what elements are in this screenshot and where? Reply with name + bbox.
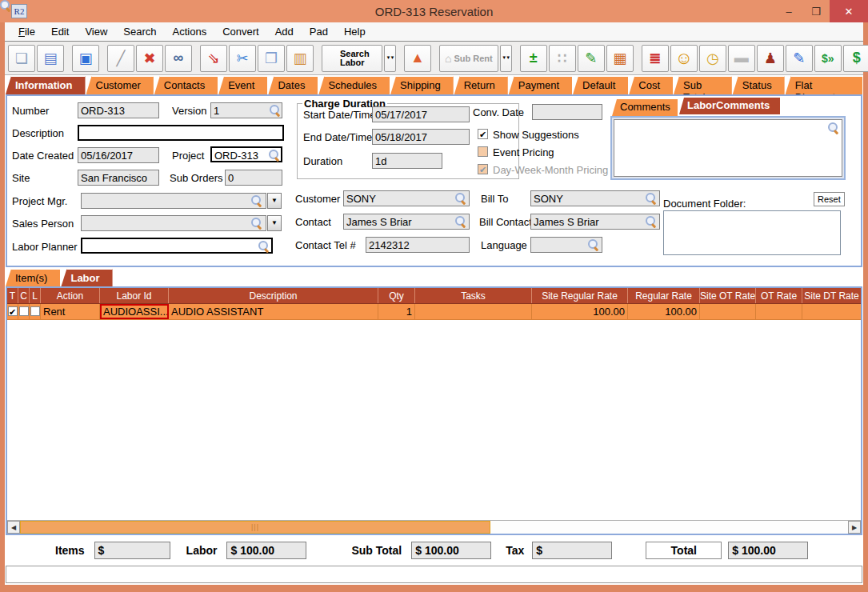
menu-file[interactable]: File (11, 24, 42, 39)
sales-person-dropdown[interactable]: ▼ (267, 215, 282, 231)
project-mgr-dropdown[interactable]: ▼ (267, 193, 282, 209)
tab-shipping[interactable]: Shipping (390, 76, 454, 94)
contact-search-icon[interactable] (455, 216, 466, 226)
tab-customer[interactable]: Customer (86, 76, 154, 94)
tab-status[interactable]: Status (733, 76, 785, 94)
contact-field[interactable]: James S Briar (343, 214, 470, 230)
sales-person-field[interactable] (81, 215, 266, 231)
reset-button[interactable]: Reset (814, 192, 845, 206)
event-pricing-checkbox[interactable] (478, 146, 488, 157)
cell-site-ot-rate[interactable] (700, 304, 756, 319)
version-search-icon[interactable] (270, 105, 280, 115)
tab-information[interactable]: Information (6, 76, 86, 94)
scrollbar-track[interactable] (490, 521, 848, 534)
row-t-checkbox[interactable]: ✔ (8, 306, 18, 316)
col-site-regular-rate[interactable]: Site Regular Rate (532, 288, 628, 303)
folder-clock-button[interactable]: ◷ (699, 45, 726, 72)
table-row[interactable]: ✔ Rent AUDIOASSI... AUDIO ASSISTANT 1 10… (7, 304, 861, 320)
maximize-button[interactable]: ❒ (802, 0, 830, 22)
sales-person-search-icon[interactable] (251, 218, 262, 228)
project-mgr-search-icon[interactable] (251, 195, 262, 206)
shapes-button[interactable]: ▲ (404, 45, 431, 72)
tab-schedules[interactable]: Schedules (318, 76, 390, 94)
col-action[interactable]: Action (41, 288, 100, 303)
row-l-checkbox[interactable] (30, 306, 40, 316)
menu-pad[interactable]: Pad (302, 24, 335, 39)
labor-planner-input[interactable] (81, 238, 273, 254)
tab-items[interactable]: Item(s) (6, 269, 60, 286)
col-labor-id[interactable]: Labor Id (100, 288, 169, 303)
add-remove-button[interactable]: ± (520, 45, 547, 72)
tab-comments[interactable]: Comments (612, 99, 678, 116)
cell-ot-rate[interactable] (756, 304, 802, 319)
labor-comments-textarea[interactable] (614, 119, 842, 177)
menu-add[interactable]: Add (268, 24, 301, 39)
bill-contact-field[interactable]: James S Briar (530, 214, 660, 230)
tab-event[interactable]: Event (218, 76, 267, 94)
bill-to-field[interactable]: SONY (530, 190, 660, 206)
labor-planner-search-icon[interactable] (258, 241, 269, 251)
project-mgr-field[interactable] (81, 193, 266, 209)
menu-actions[interactable]: Actions (166, 24, 214, 39)
search-labor-button[interactable]: Search Labor (322, 45, 382, 72)
menu-view[interactable]: View (78, 24, 114, 39)
customer-search-icon[interactable] (455, 193, 466, 203)
edit-button[interactable]: ╱ (107, 45, 134, 72)
notes-button[interactable]: ✎ (578, 45, 605, 72)
copy-to-order-button[interactable]: ⇘ (200, 45, 227, 72)
money-transfer-button[interactable]: $» (814, 45, 842, 72)
availability-button[interactable]: ∷ (549, 45, 576, 72)
cell-regular-rate[interactable]: 100.00 (628, 304, 700, 319)
tab-payment[interactable]: Payment (509, 76, 572, 94)
tab-flat-discounts[interactable]: Flat Discounts (786, 76, 862, 94)
col-l[interactable]: L (30, 288, 41, 303)
menu-search[interactable]: Search (116, 24, 163, 39)
project-search-icon[interactable] (269, 150, 279, 160)
col-description[interactable]: Description (169, 288, 378, 303)
col-tasks[interactable]: Tasks (415, 288, 532, 303)
cell-site-dt-rate[interactable] (802, 304, 861, 319)
event-note-button[interactable]: ✎ (786, 45, 813, 72)
scroll-right-arrow[interactable]: ▶ (848, 521, 861, 534)
search-labor-dropdown[interactable]: ▼▼ (384, 45, 396, 72)
paste-button[interactable]: ▥ (286, 45, 314, 72)
scrollbar-thumb[interactable]: ||| (20, 521, 490, 534)
sub-rent-button[interactable]: ⌂ Sub Rent (439, 45, 498, 72)
duration-field[interactable]: 1d (372, 153, 442, 169)
cell-site-regular-rate[interactable]: 100.00 (532, 304, 628, 319)
tab-default[interactable]: Default (573, 76, 628, 94)
customer-field[interactable]: SONY (343, 190, 470, 206)
contact-tel-field[interactable]: 2142312 (366, 237, 470, 253)
description-input[interactable] (78, 125, 284, 141)
menu-convert[interactable]: Convert (215, 24, 266, 39)
calendar-button[interactable]: ▦ (606, 45, 634, 72)
cell-action[interactable]: Rent (41, 304, 100, 319)
tab-labor-comments[interactable]: LaborComments (679, 98, 780, 114)
delete-button[interactable]: ✖ (136, 45, 163, 72)
bill-contact-search-icon[interactable] (646, 216, 656, 226)
menu-edit[interactable]: Edit (44, 24, 76, 39)
find-button[interactable]: ∞ (165, 45, 192, 72)
smiley-button[interactable]: ☺ (670, 45, 698, 72)
tab-dates[interactable]: Dates (268, 76, 318, 94)
cell-qty[interactable]: 1 (378, 304, 415, 319)
cut-button[interactable]: ✂ (229, 45, 256, 72)
labor-crew-button[interactable]: ♟ (757, 45, 784, 72)
col-ot-rate[interactable]: OT Rate (756, 288, 802, 303)
tab-return[interactable]: Return (454, 76, 508, 94)
save-button[interactable]: ▣ (72, 45, 99, 72)
close-button[interactable]: ✕ (830, 0, 868, 22)
tab-sub-total[interactable]: Sub Total (674, 76, 732, 94)
copy-button[interactable]: ❐ (258, 45, 285, 72)
money-note-button[interactable]: $ (843, 45, 868, 72)
org-chart-button[interactable]: ≣ (642, 45, 669, 72)
col-site-dt-rate[interactable]: Site DT Rate (802, 288, 861, 303)
start-date-field[interactable]: 05/17/2017 (372, 106, 470, 122)
minimize-button[interactable]: – (775, 0, 802, 22)
scroll-left-arrow[interactable]: ◀ (7, 521, 20, 534)
row-c-checkbox[interactable] (19, 306, 29, 316)
tab-contacts[interactable]: Contacts (154, 76, 218, 94)
show-suggestions-checkbox[interactable]: ✔ (478, 129, 488, 139)
bill-to-search-icon[interactable] (646, 193, 656, 203)
cell-tasks[interactable] (415, 304, 532, 319)
